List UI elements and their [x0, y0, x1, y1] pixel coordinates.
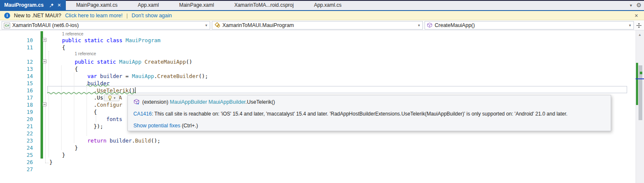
pin-icon[interactable] [48, 2, 55, 8]
line-number[interactable]: 20 [13, 116, 33, 123]
diagnostic-tooltip: (extension) MauiAppBuilder MauiAppBuilde… [127, 95, 611, 131]
tab-label: App.xaml.cs [314, 2, 341, 8]
code-line-12[interactable]: public static MauiApp CreateMauiApp() [75, 58, 192, 65]
tooltip-signature: (extension) MauiAppBuilder MauiAppBuilde… [133, 99, 275, 105]
tab-mauiprogram-cs[interactable]: MauiProgram.cs × [0, 0, 66, 10]
fold-guide-corner [45, 163, 49, 163]
member-dropdown[interactable]: CreateMauiApp() ▾ [425, 21, 634, 30]
type-dropdown-value: XamarinToMAUI.MauiProgram [222, 22, 294, 28]
line-number[interactable]: 24 [13, 144, 33, 151]
tab-options-gear-icon[interactable]: ⚙ [636, 2, 641, 8]
maui-info-bar: i New to .NET MAUI? Click here to learn … [0, 11, 644, 20]
close-icon[interactable]: × [56, 2, 62, 8]
code-line-14[interactable]: var builder = MauiApp.CreateBuilder(); [87, 73, 208, 80]
code-line-10[interactable]: public static class MauiProgram [62, 37, 160, 44]
split-window-handle[interactable] [635, 22, 643, 29]
code-line-20[interactable]: fonts [106, 116, 122, 123]
window-top-edge [64, 0, 644, 1]
line-number[interactable]: 23 [13, 137, 33, 144]
class-icon [214, 22, 220, 28]
line-number[interactable]: 25 [13, 151, 33, 159]
overview-modified-marker-small [640, 72, 642, 74]
line-number[interactable]: 19 [13, 108, 33, 116]
code-line-25[interactable]: } [62, 151, 65, 159]
chevron-down-icon: ▾ [629, 23, 632, 27]
tab-android-csproj[interactable]: XamarinToMA...roid.csproj [224, 0, 304, 10]
code-line-18[interactable]: .Configur [94, 101, 122, 108]
line-number[interactable]: 11 [13, 44, 33, 51]
tab-app-xaml[interactable]: App.xaml [127, 0, 169, 10]
line-number[interactable]: 13 [13, 65, 33, 73]
code-line-21[interactable]: }); [94, 123, 103, 130]
line-number[interactable]: 22 [13, 130, 33, 137]
chevron-down-icon: ▾ [205, 23, 208, 27]
project-dropdown-value: XamarinToMAUI (net6.0-ios) [12, 22, 79, 28]
code-line-26[interactable]: } [49, 159, 53, 166]
line-number[interactable]: 26 [13, 159, 33, 166]
code-line-17[interactable]: .Us [94, 94, 103, 101]
line-number[interactable]: 14 [13, 73, 33, 80]
infobar-text: New to .NET MAUI? [14, 13, 61, 19]
tab-mainpage-xaml[interactable]: MainPage.xaml [169, 0, 224, 10]
line-number[interactable]: 16 [13, 87, 33, 94]
tab-label: MainPage.xaml [179, 2, 214, 8]
method-cube-icon [427, 22, 433, 28]
code-line-24[interactable]: } [75, 144, 78, 151]
diagnostic-code-link[interactable]: CA1416 [133, 111, 152, 117]
line-number[interactable]: 15 [13, 80, 33, 87]
tab-overflow-chevron-icon[interactable]: ▾ [630, 3, 632, 8]
tab-label: MauiProgram.cs [4, 2, 43, 8]
learn-more-link[interactable]: Click here to learn more! [65, 13, 122, 19]
navigation-bar: C# XamarinToMAUI (net6.0-ios) ▾ XamarinT… [0, 20, 644, 30]
chevron-down-icon: ▾ [114, 96, 115, 100]
codelens-references[interactable]: 1 reference [62, 31, 84, 37]
tab-label: XamarinToMA...roid.csproj [234, 2, 294, 8]
infobar-separator: | [126, 13, 127, 19]
tabstrip-controls: ▾ ⚙ [630, 0, 644, 10]
fold-collapse-icon[interactable] [43, 102, 46, 106]
code-line-13[interactable]: { [75, 65, 78, 73]
lightbulb-icon [108, 95, 112, 101]
overview-caret-marker [636, 78, 644, 79]
extension-method-cube-icon [133, 99, 140, 105]
line-number[interactable]: 10 [13, 37, 33, 44]
document-tab-bar: MauiProgram.cs × MainPage.xaml.cs App.xa… [0, 0, 644, 10]
show-potential-fixes-link[interactable]: Show potential fixes [133, 123, 180, 129]
code-line-11[interactable]: { [62, 44, 65, 51]
overview-modified-marker [636, 63, 638, 105]
code-line-15[interactable]: builder [87, 80, 110, 87]
type-dropdown[interactable]: XamarinToMAUI.MauiProgram ▾ [212, 21, 423, 30]
line-number[interactable]: 12 [13, 58, 33, 65]
line-number[interactable]: 17 [13, 94, 33, 101]
codelens-references[interactable]: 1 reference [75, 51, 96, 57]
code-line-23[interactable]: return builder.Build(); [87, 137, 160, 144]
quick-actions-lightbulb[interactable]: ▾ [104, 94, 119, 101]
indent-guide [96, 116, 96, 122]
tooltip-fixes-row: Show potential fixes (Ctrl+.) [133, 123, 198, 129]
code-line-19[interactable]: { [94, 108, 97, 116]
tab-label: MainPage.xaml.cs [76, 2, 117, 8]
project-dropdown[interactable]: C# XamarinToMAUI (net6.0-ios) ▾ [2, 21, 210, 30]
fold-collapse-icon[interactable] [43, 59, 46, 63]
tooltip-diagnostic-message: CA1416: This call site is reachable on: … [133, 111, 568, 117]
tab-mainpage-xaml-cs[interactable]: MainPage.xaml.cs [66, 0, 127, 10]
csharp-project-icon: C# [4, 23, 10, 28]
member-dropdown-value: CreateMauiApp() [435, 22, 475, 28]
info-icon: i [4, 13, 10, 19]
modified-lines-bar [41, 31, 43, 159]
infobar-close-icon[interactable]: × [635, 12, 638, 19]
indent-guide [74, 73, 74, 143]
indent-guide [49, 51, 49, 157]
line-number[interactable]: 18 [13, 101, 33, 108]
vs-editor-window: MauiProgram.cs × MainPage.xaml.cs App.xa… [0, 0, 644, 183]
tab-label: App.xaml [138, 2, 159, 8]
line-number[interactable]: 27 [13, 166, 33, 173]
scrollbar-up-arrow[interactable]: ▲ [636, 33, 644, 37]
text-caret [135, 87, 135, 93]
indent-guide [61, 65, 62, 150]
line-number[interactable]: 21 [13, 123, 33, 130]
dont-show-again-link[interactable]: Don't show again [132, 13, 172, 19]
code-line-16[interactable]: .UseTelerik() [94, 87, 135, 94]
fold-collapse-icon[interactable] [43, 38, 46, 42]
tab-app-xaml-cs[interactable]: App.xaml.cs [304, 0, 352, 10]
